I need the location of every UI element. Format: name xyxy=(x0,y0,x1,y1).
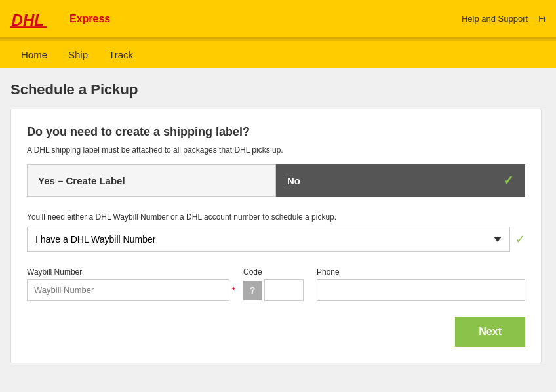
required-star: * xyxy=(232,285,235,296)
phone-label: Phone xyxy=(317,267,525,277)
svg-rect-2 xyxy=(10,26,47,28)
header: DHL Express Help and Support Fi xyxy=(0,0,556,39)
code-label: Code xyxy=(243,267,309,277)
dropdown-hint: You'll need either a DHL Waybill Number … xyxy=(27,212,525,222)
toggle-group: Yes – Create Label No ✓ xyxy=(27,164,525,197)
page-title: Schedule a Pickup xyxy=(10,81,546,98)
dropdown-row: I have a DHL Waybill Number I have a DHL… xyxy=(27,227,525,252)
phone-input[interactable] xyxy=(317,279,525,301)
waybill-label: Waybill Number xyxy=(27,267,235,277)
no-checkmark-icon: ✓ xyxy=(503,172,514,188)
waybill-type-select[interactable]: I have a DHL Waybill Number I have a DHL… xyxy=(27,227,510,252)
waybill-field-group: Waybill Number * xyxy=(27,267,235,301)
dhl-logo-icon: DHL xyxy=(10,6,63,32)
next-row: Next xyxy=(27,317,525,347)
question-desc: A DHL shipping label must be attached to… xyxy=(27,146,525,155)
nav-bar: Home Ship Track xyxy=(0,39,556,68)
waybill-input[interactable] xyxy=(27,279,229,301)
yes-create-label-button[interactable]: Yes – Create Label xyxy=(27,164,276,197)
code-input-row: ? xyxy=(243,279,309,301)
nav-track[interactable]: Track xyxy=(98,44,144,66)
form-card: Do you need to create a shipping label? … xyxy=(10,109,542,363)
phone-field-group: Phone xyxy=(317,267,525,301)
logo-area: DHL Express xyxy=(10,6,110,32)
no-button[interactable]: No ✓ xyxy=(276,164,525,197)
page-content: Schedule a Pickup Do you need to create … xyxy=(0,68,556,376)
fields-row: Waybill Number * Code ? Phone xyxy=(27,267,525,301)
header-nav-right: Help and Support Fi xyxy=(462,14,546,24)
code-help-button[interactable]: ? xyxy=(243,281,262,300)
svg-text:DHL: DHL xyxy=(12,10,44,28)
waybill-input-row: * xyxy=(27,279,235,301)
question-title: Do you need to create a shipping label? xyxy=(27,125,525,139)
code-field-group: Code ? xyxy=(243,267,309,301)
help-support-link[interactable]: Help and Support xyxy=(462,14,528,24)
nav-ship[interactable]: Ship xyxy=(58,44,98,66)
code-input[interactable] xyxy=(264,279,304,301)
nav-home[interactable]: Home xyxy=(10,44,58,66)
dhl-express-label: Express xyxy=(70,13,110,25)
fi-link[interactable]: Fi xyxy=(538,14,546,24)
next-button[interactable]: Next xyxy=(455,317,525,347)
dropdown-checkmark-icon: ✓ xyxy=(515,232,525,246)
